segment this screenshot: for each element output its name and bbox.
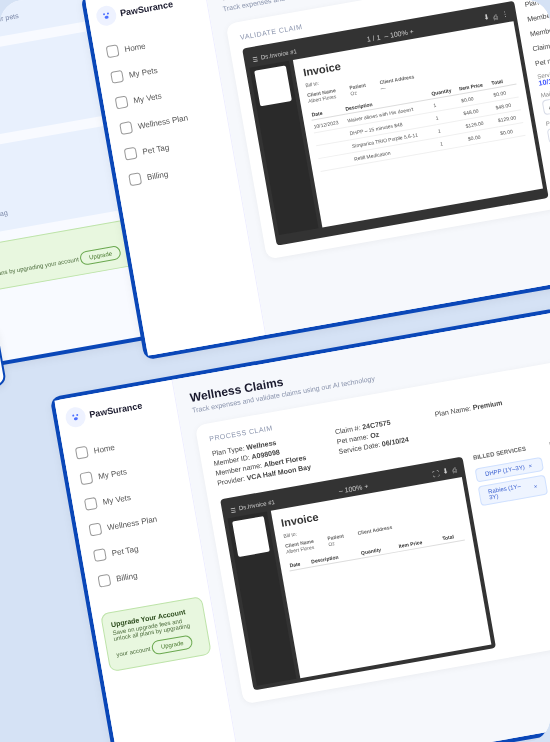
svg-point-12	[72, 414, 74, 416]
pdf-menu-icon[interactable]: ☰	[229, 505, 235, 513]
svg-point-9	[103, 13, 105, 15]
pdf-filename: Ds.Invoice #1	[260, 48, 297, 60]
validate-claim-card: VALIDATE CLAIM ☰ Ds.Invoice #1 1 / 1 – 1…	[226, 0, 550, 260]
nav-icon	[97, 574, 111, 588]
pdf-more-icon[interactable]: ⋮	[501, 10, 509, 19]
pdf-viewer: ☰ Ds.Invoice #1 1 / 1 – 100% + ⬇ ⎙ ⋮	[242, 1, 549, 246]
pdf-page-indicator: 1 / 1	[366, 33, 381, 42]
upgrade-body: Save on upgrade fees and unlock all plan…	[0, 256, 79, 294]
pdf-menu-icon[interactable]: ☰	[251, 55, 257, 63]
nav-icon	[88, 523, 102, 537]
pdf-zoom[interactable]: – 100% +	[384, 27, 415, 39]
svg-point-10	[107, 12, 109, 14]
paw-icon	[95, 4, 118, 27]
upgrade-card-2: Upgrade Your Account Save on upgrade fee…	[100, 596, 212, 672]
app-validate-panel: PawSurance HomeMy PetsMy VetsWellness Pl…	[81, 0, 550, 360]
brand-logo: PawSurance	[95, 0, 200, 27]
pdf-download-icon[interactable]: ⬇	[483, 13, 490, 22]
svg-point-14	[74, 417, 78, 421]
chip-remove-icon[interactable]: ×	[533, 483, 538, 490]
paw-icon	[64, 406, 87, 429]
nav-icon	[110, 70, 124, 84]
brand-logo-2: PawSurance	[64, 391, 169, 429]
nav-icon	[93, 548, 107, 562]
pdf-print-icon[interactable]: ⎙	[452, 466, 457, 474]
nav-icon	[128, 172, 142, 186]
nav-icon	[106, 44, 120, 58]
pdf-thumb[interactable]	[232, 516, 270, 557]
nav-icon	[119, 121, 133, 135]
chip-remove-icon[interactable]: ×	[528, 463, 533, 470]
nav-icon	[115, 95, 129, 109]
upgrade-button-2[interactable]: Upgrade	[151, 634, 194, 655]
pdf-download-icon[interactable]: ⬇	[442, 467, 449, 476]
upgrade-button-1[interactable]: Upgrade	[79, 245, 122, 266]
pdf-print-icon[interactable]: ⎙	[493, 12, 498, 20]
nav-icon	[75, 446, 89, 460]
nav-icon	[124, 147, 138, 161]
svg-point-13	[76, 414, 78, 416]
pdf-thumb-1[interactable]	[254, 65, 292, 106]
pdf-fit-icon[interactable]: ⛶	[432, 469, 440, 477]
nav-icon	[79, 471, 93, 485]
pdf-viewer-2: ☰ Ds.Invoice #1 – 100% + ⛶ ⬇ ⎙	[220, 457, 496, 691]
svg-point-11	[104, 15, 108, 19]
nav-icon	[84, 497, 98, 511]
